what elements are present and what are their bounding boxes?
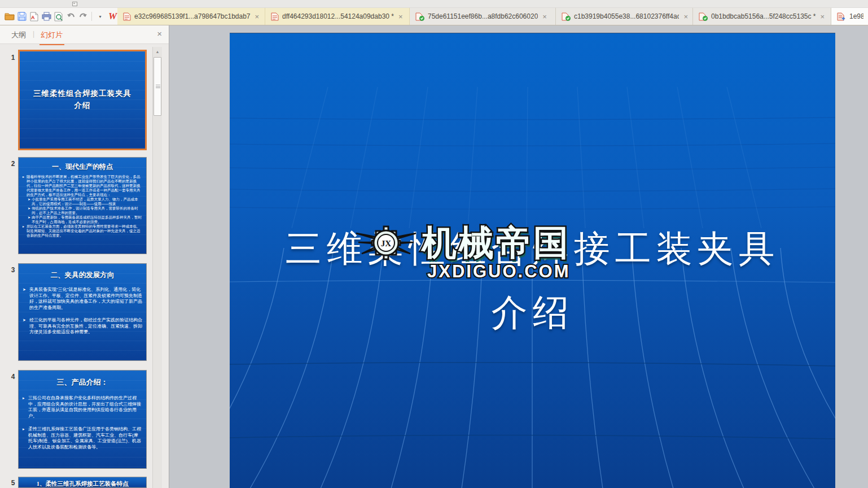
doc-synced-icon — [415, 12, 424, 21]
bullet-text: 小批量生产采用专用工装不经济，花费大量人力、物力，产品成本高，它的使用模式：设计… — [32, 197, 142, 206]
thumb-subtitle: 介绍 — [20, 99, 145, 111]
bullet-marker: ➤ — [28, 206, 32, 215]
document-tabbar: e32c969685139f1...a798647bc1bdab7 × dff4… — [117, 8, 868, 25]
thumb-bullet: ➤ 夹具装备实现“三化”就是标准化、系列化、通用化，简化设计工作。平板、定位件、… — [23, 287, 142, 311]
open-folder-icon[interactable] — [5, 10, 15, 23]
doc-tab-label: 0b1bdbcab5156a...5f248cc5135c * — [711, 12, 816, 20]
thumb-bullet: ▸ 随着科学技术的不断发展，机械工业生产形势发生了巨大的变化，多品种小批量的生产… — [23, 175, 142, 197]
bullet-text: 柔性三维孔系焊接工艺装备广泛应用于各类钢结构、工程机械制造、压力容器、建筑框架、… — [28, 426, 142, 450]
thumb-bullet: ➤ 经三化的平板与各种元件，都经过生产实践的验证结构合理、可靠具有完全的互换性，… — [23, 317, 142, 336]
bullet-marker: ➤ — [23, 317, 29, 336]
slide-number-2: 2 — [9, 160, 17, 168]
doc-tab-label: c1b3919b4055e38...68102376ff4ac7 — [574, 12, 679, 20]
thumb-bullet: ▸ 所以在工艺装备方面，必须改变其独特的专用性需要寻求一种成本低、制造周期短、又… — [23, 224, 142, 238]
window-restore-icon[interactable] — [72, 2, 77, 6]
presentation-canvas: 三维柔性组合焊接工装夹具 介绍 — [170, 25, 868, 488]
bullet-text: 随着科学技术的不断发展，机械工业生产形势发生了巨大的变化，多品种小批量的生产占了… — [27, 175, 142, 197]
bullet-marker: ▸ — [23, 175, 27, 197]
slide-title-line2: 介绍 — [230, 288, 835, 337]
brand-text: 机械帝国 — [420, 223, 571, 262]
thumb-title: 三维柔性组合焊接工装夹具 — [20, 88, 145, 99]
thumb-bullet: ➤ 小批量生产采用专用工装不经济，花费大量人力、物力，产品成本高，它的使用模式：… — [23, 197, 142, 206]
tab-outline[interactable]: 大纲 — [11, 30, 26, 40]
doc-tab-label: 1e98810 — [849, 12, 863, 20]
bullet-marker: ➤ — [23, 287, 29, 311]
doc-icon — [123, 12, 131, 21]
slide-thumbnail-1[interactable]: 三维柔性组合焊接工装夹具 介绍 — [18, 50, 147, 150]
gear-icon: JX — [372, 226, 400, 259]
doc-tab-6-active[interactable]: 1e98810 — [831, 8, 868, 25]
tab-close-icon[interactable]: × — [821, 12, 825, 21]
wps-home-icon[interactable]: W — [107, 10, 117, 23]
bullet-text: 夹具装备实现“三化”就是标准化、系列化、通用化，简化设计工作。平板、定位件、压紧… — [29, 287, 142, 311]
bullet-text: 传统的生产技术准备工作，设计制造专用夹具，需要较长的准备时间，赶不上产品上市的需… — [32, 206, 142, 215]
tab-close-icon[interactable]: × — [398, 12, 403, 21]
doc-tab-label: 75de61151eef86b...a8fdb62c606020 — [428, 12, 538, 20]
slide-number-5: 5 — [9, 479, 17, 487]
bullet-text: 经三化的平板与各种元件，都经过生产实践的验证结构合理、可靠具有完全的互换性，定位… — [29, 317, 142, 336]
window-titlebar — [0, 0, 868, 8]
doc-tab-1[interactable]: e32c969685139f1...a798647bc1bdab7 × — [117, 8, 265, 25]
dropdown-caret-icon[interactable]: ▾ — [95, 10, 106, 23]
sidebar-scrollbar[interactable]: ▲ — [152, 47, 162, 488]
doc-icon — [271, 12, 279, 21]
thumb-bullet: ➤ 由于产品更新快，专用装备易造成积压特别是多品种多种夹具，暂时不生产时，占用场… — [23, 215, 142, 224]
bullet-marker: ➤ — [28, 215, 32, 224]
bullet-text: 三拓公司在自身承接客户变化多样的结构件的生产过程中，应用组合夹具的设计思想，开发… — [28, 395, 142, 419]
slide-number-3: 3 — [9, 266, 17, 274]
undo-icon[interactable] — [66, 10, 76, 23]
export-pdf-icon[interactable]: A — [29, 10, 40, 23]
doc-synced-icon — [562, 12, 571, 21]
sidebar-header: 大纲 | 幻灯片 × — [0, 25, 169, 44]
thumb-bullet: ▸ 柔性三维孔系焊接工艺装备广泛应用于各类钢结构、工程机械制造、压力容器、建筑框… — [23, 426, 142, 450]
slide-thumbnail-4[interactable]: 三、产品介绍： ▸ 三拓公司在自身承接客户变化多样的结构件的生产过程中，应用组合… — [18, 370, 147, 469]
doc-tab-label: dff464293d18012...54124a09dab30 * — [282, 12, 394, 20]
toolbar-row: A ▾ W e32c969685139f1...a798647bc1bdab7 … — [0, 8, 868, 25]
current-slide[interactable]: 三维柔性组合焊接工装夹具 介绍 — [230, 33, 835, 488]
redo-icon[interactable] — [78, 10, 88, 23]
thumb-title: 一、现代生产的特点 — [19, 162, 146, 172]
bullet-marker: ▸ — [23, 426, 28, 450]
save-icon[interactable] — [17, 10, 27, 23]
doc-synced-icon — [699, 12, 708, 21]
print-icon[interactable] — [41, 10, 51, 23]
tab-close-icon[interactable]: × — [542, 12, 547, 21]
slide-thumbnail-3[interactable]: 二、夹具的发展方向 ➤ 夹具装备实现“三化”就是标准化、系列化、通用化，简化设计… — [18, 263, 147, 361]
doc-tab-3[interactable]: 75de61151eef86b...a8fdb62c606020 × — [410, 8, 556, 25]
toolbar-separator — [91, 12, 92, 21]
thumb-title: 1、柔性三维孔系焊接工艺装备特点 — [19, 480, 146, 488]
slide-thumbnail-5[interactable]: 1、柔性三维孔系焊接工艺装备特点 — [18, 477, 147, 488]
bullet-marker: ▸ — [23, 224, 27, 238]
scrollbar-grip — [156, 85, 160, 88]
tab-close-icon[interactable]: × — [255, 12, 260, 21]
bullet-marker: ➤ — [28, 197, 32, 206]
tab-slides[interactable]: 幻灯片 — [41, 30, 63, 40]
slide-thumbnail-2[interactable]: 一、现代生产的特点 ▸ 随着科学技术的不断发展，机械工业生产形势发生了巨大的变化… — [18, 157, 147, 254]
slide-number-1: 1 — [9, 54, 17, 62]
doc-tab-2[interactable]: dff464293d18012...54124a09dab30 * × — [265, 8, 410, 25]
quick-access-toolbar: A ▾ W — [0, 8, 117, 25]
slide-number-4: 4 — [9, 373, 17, 381]
doc-tab-5[interactable]: 0b1bdbcab5156a...5f248cc5135c * × — [693, 8, 831, 25]
pane-separator: | — [33, 30, 34, 38]
doc-tab-label: e32c969685139f1...a798647bc1bdab7 — [134, 12, 251, 20]
tab-close-icon[interactable]: × — [683, 12, 688, 21]
sidebar-close-icon[interactable]: × — [157, 29, 162, 38]
svg-text:A: A — [31, 15, 35, 20]
monogram-text: JX — [381, 239, 392, 248]
brand-domain-text: JXDIGUO.COM — [427, 262, 570, 281]
thumb-title: 二、夹具的发展方向 — [19, 271, 146, 280]
bullet-text: 所以在工艺装备方面，必须改变其独特的专用性需要寻求一种成本低、制造周期短、又能适… — [27, 224, 142, 238]
thumb-bullet: ➤ 传统的生产技术准备工作，设计制造专用夹具，需要较长的准备时间，赶不上产品上市… — [23, 206, 142, 215]
doc-upload-icon — [837, 12, 846, 21]
watermark-logo: JX 机械帝国 机械帝国 JXDIGUO.COM — [355, 213, 671, 286]
bullet-marker: ▸ — [23, 395, 28, 419]
thumb-title: 三、产品介绍： — [19, 377, 146, 387]
scrollbar-thumb[interactable] — [154, 57, 161, 116]
doc-tab-4[interactable]: c1b3919b4055e38...68102376ff4ac7 × — [556, 8, 693, 25]
print-preview-icon[interactable] — [54, 10, 64, 23]
bullet-text: 由于产品更新快，专用装备易造成积压特别是多品种多种夹具，暂时不生产时，占用场地，… — [32, 215, 142, 224]
slide-panel-sidebar: 大纲 | 幻灯片 × 1 三维柔性组合焊接工装夹具 介绍 2 一、现代生产的特点… — [0, 25, 169, 488]
scrollbar-up-arrow-icon[interactable]: ▲ — [153, 47, 162, 56]
thumb-bullet: ▸ 三拓公司在自身承接客户变化多样的结构件的生产过程中，应用组合夹具的设计思想，… — [23, 395, 142, 419]
